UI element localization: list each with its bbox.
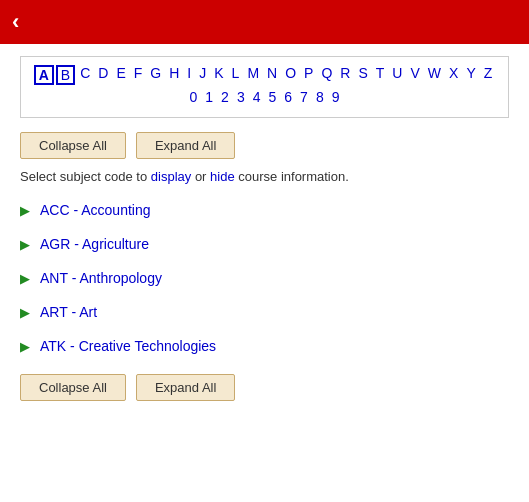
collapse-all-button-bottom[interactable]: Collapse All [20, 374, 126, 401]
alpha-link-X[interactable]: X [446, 65, 461, 85]
alpha-link-R[interactable]: R [337, 65, 353, 85]
alpha-link-0[interactable]: 0 [187, 89, 201, 105]
expand-triangle-acc: ▶ [20, 203, 30, 218]
alpha-link-F[interactable]: F [131, 65, 146, 85]
alpha-link-5[interactable]: 5 [266, 89, 280, 105]
info-after: course information. [235, 169, 349, 184]
info-or: or [191, 169, 210, 184]
top-bar: ‹ [0, 0, 529, 44]
alpha-link-Q[interactable]: Q [318, 65, 335, 85]
alpha-link-U[interactable]: U [389, 65, 405, 85]
alpha-link-L[interactable]: L [229, 65, 243, 85]
alpha-link-J[interactable]: J [196, 65, 209, 85]
main-content: A B C D E F G H I J K L M N O P Q R S T … [0, 44, 529, 423]
alpha-link-6[interactable]: 6 [281, 89, 295, 105]
subject-item-art[interactable]: ▶ ART - Art [20, 304, 509, 320]
alpha-link-P[interactable]: P [301, 65, 316, 85]
collapse-all-button-top[interactable]: Collapse All [20, 132, 126, 159]
alpha-link-A[interactable]: A [34, 65, 54, 85]
alpha-link-Z[interactable]: Z [481, 65, 496, 85]
alpha-link-N[interactable]: N [264, 65, 280, 85]
expand-triangle-agr: ▶ [20, 237, 30, 252]
alpha-link-K[interactable]: K [211, 65, 226, 85]
alpha-link-8[interactable]: 8 [313, 89, 327, 105]
button-row-top: Collapse All Expand All [20, 132, 509, 159]
alpha-link-2[interactable]: 2 [218, 89, 232, 105]
subject-link-ant[interactable]: ANT - Anthropology [40, 270, 162, 286]
expand-triangle-art: ▶ [20, 305, 30, 320]
alpha-link-Y[interactable]: Y [463, 65, 478, 85]
expand-triangle-ant: ▶ [20, 271, 30, 286]
alpha-link-H[interactable]: H [166, 65, 182, 85]
alpha-digit-row: 0 1 2 3 4 5 6 7 8 9 [33, 89, 496, 105]
subject-item-atk[interactable]: ▶ ATK - Creative Technologies [20, 338, 509, 354]
alpha-link-S[interactable]: S [355, 65, 370, 85]
button-row-bottom: Collapse All Expand All [20, 374, 509, 401]
alpha-link-D[interactable]: D [95, 65, 111, 85]
subject-item-ant[interactable]: ▶ ANT - Anthropology [20, 270, 509, 286]
alpha-link-W[interactable]: W [425, 65, 444, 85]
alpha-link-E[interactable]: E [113, 65, 128, 85]
alpha-link-9[interactable]: 9 [329, 89, 343, 105]
alpha-link-7[interactable]: 7 [297, 89, 311, 105]
expand-all-button-top[interactable]: Expand All [136, 132, 235, 159]
expand-triangle-atk: ▶ [20, 339, 30, 354]
alpha-link-M[interactable]: M [244, 65, 262, 85]
alpha-link-O[interactable]: O [282, 65, 299, 85]
subject-link-atk[interactable]: ATK - Creative Technologies [40, 338, 216, 354]
alpha-link-T[interactable]: T [373, 65, 388, 85]
subject-link-agr[interactable]: AGR - Agriculture [40, 236, 149, 252]
alpha-link-4[interactable]: 4 [250, 89, 264, 105]
info-text: Select subject code to display or hide c… [20, 169, 509, 184]
back-button[interactable]: ‹ [12, 9, 19, 35]
alpha-letter-row: A B C D E F G H I J K L M N O P Q R S T … [33, 65, 496, 85]
subject-link-art[interactable]: ART - Art [40, 304, 97, 320]
alpha-link-1[interactable]: 1 [202, 89, 216, 105]
alpha-link-C[interactable]: C [77, 65, 93, 85]
subject-link-acc[interactable]: ACC - Accounting [40, 202, 151, 218]
subject-list: ▶ ACC - Accounting ▶ AGR - Agriculture ▶… [20, 202, 509, 354]
expand-all-button-bottom[interactable]: Expand All [136, 374, 235, 401]
display-link[interactable]: display [151, 169, 191, 184]
alpha-nav: A B C D E F G H I J K L M N O P Q R S T … [20, 56, 509, 118]
alpha-link-G[interactable]: G [147, 65, 164, 85]
subject-item-acc[interactable]: ▶ ACC - Accounting [20, 202, 509, 218]
alpha-link-V[interactable]: V [407, 65, 422, 85]
alpha-link-I[interactable]: I [184, 65, 194, 85]
alpha-link-B[interactable]: B [56, 65, 75, 85]
alpha-link-3[interactable]: 3 [234, 89, 248, 105]
hide-link[interactable]: hide [210, 169, 235, 184]
subject-item-agr[interactable]: ▶ AGR - Agriculture [20, 236, 509, 252]
info-before: Select subject code to [20, 169, 151, 184]
